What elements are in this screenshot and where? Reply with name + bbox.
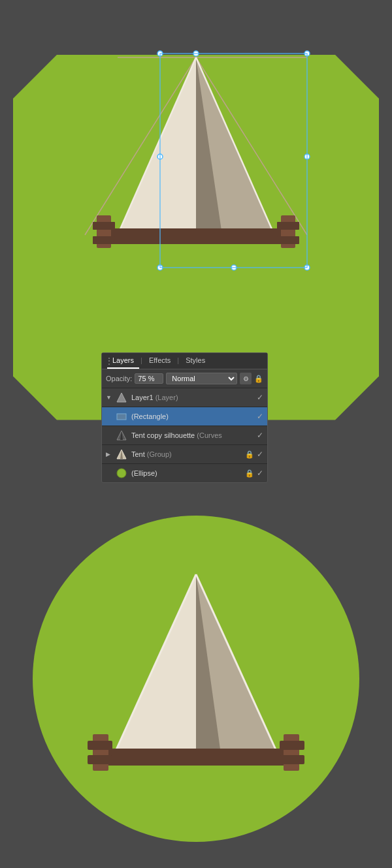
opacity-label: Opacity: [106, 375, 132, 382]
layer-lock-tent-group: 🔒 [245, 450, 254, 459]
layer-name-rectangle: (Rectangle) [131, 412, 254, 420]
tent-illustration-top [65, 26, 327, 300]
expand-arrow: ▼ [106, 394, 114, 401]
svg-rect-38 [93, 734, 108, 771]
gear-icon[interactable]: ⚙ [240, 373, 252, 384]
svg-rect-40 [88, 755, 112, 764]
lock-icon: 🔒 [254, 375, 263, 383]
opacity-input[interactable] [135, 373, 163, 384]
layer-visible-ellipse[interactable]: ✓ [257, 469, 263, 478]
top-canvas: ⋮ Layers | Effects | Styles Opacity: Nor… [0, 0, 392, 489]
svg-rect-26 [117, 414, 126, 420]
tent-illustration-bottom [59, 538, 333, 819]
layer-name-tent-group: Tent (Group) [131, 450, 242, 458]
layer-name-ellipse: (Ellipse) [131, 469, 242, 477]
svg-rect-12 [93, 236, 115, 244]
layer-thumb-tent-group [115, 448, 128, 461]
layer-lock-ellipse: 🔒 [245, 469, 254, 478]
layer-thumb-tent-copy [115, 429, 128, 442]
svg-rect-15 [277, 236, 299, 244]
layer-thumb-ellipse [115, 467, 128, 480]
layer-row-tent-copy[interactable]: Tent copy silhouette (Curves ✓ [102, 426, 267, 444]
layer-thumb-layer1 [115, 391, 128, 404]
layers-panel: ⋮ Layers | Effects | Styles Opacity: Nor… [101, 352, 268, 483]
svg-rect-42 [280, 741, 304, 750]
svg-rect-41 [284, 734, 299, 771]
layer-row-ellipse[interactable]: (Ellipse) 🔒 ✓ [102, 463, 267, 482]
layer-visible-layer1[interactable]: ✓ [257, 393, 263, 402]
layer-visible-tent-copy[interactable]: ✓ [257, 431, 263, 440]
opacity-row: Opacity: Normal ⚙ 🔒 [102, 369, 267, 388]
svg-rect-9 [101, 228, 291, 244]
layer-row-tent-group[interactable]: ▶ Tent (Group) 🔒 ✓ [102, 444, 267, 463]
expand-tent-group[interactable]: ▶ [106, 451, 114, 457]
svg-rect-37 [98, 749, 294, 766]
layer-visible-rectangle[interactable]: ✓ [257, 412, 263, 421]
bottom-canvas [0, 489, 392, 868]
svg-rect-11 [93, 222, 115, 230]
svg-rect-39 [88, 741, 112, 750]
layer-row-layer1[interactable]: ▼ Layer1 (Layer) ✓ [102, 388, 267, 407]
tab-layers[interactable]: Layers [107, 353, 139, 369]
layer-row-rectangle[interactable]: (Rectangle) ✓ [102, 407, 267, 426]
svg-rect-14 [277, 222, 299, 230]
blend-mode-select[interactable]: Normal [166, 373, 237, 384]
svg-marker-25 [117, 393, 126, 402]
layers-tabs: ⋮ Layers | Effects | Styles [102, 353, 267, 369]
layer-name-tent-copy: Tent copy silhouette (Curves [131, 431, 254, 439]
svg-rect-43 [280, 755, 304, 764]
layer-name-layer1: Layer1 (Layer) [131, 394, 254, 401]
tab-styles[interactable]: Styles [180, 353, 210, 369]
layer-visible-tent-group[interactable]: ✓ [257, 450, 263, 459]
tab-effects[interactable]: Effects [144, 353, 176, 369]
layer-thumb-rectangle [115, 410, 128, 423]
svg-point-31 [117, 469, 126, 478]
